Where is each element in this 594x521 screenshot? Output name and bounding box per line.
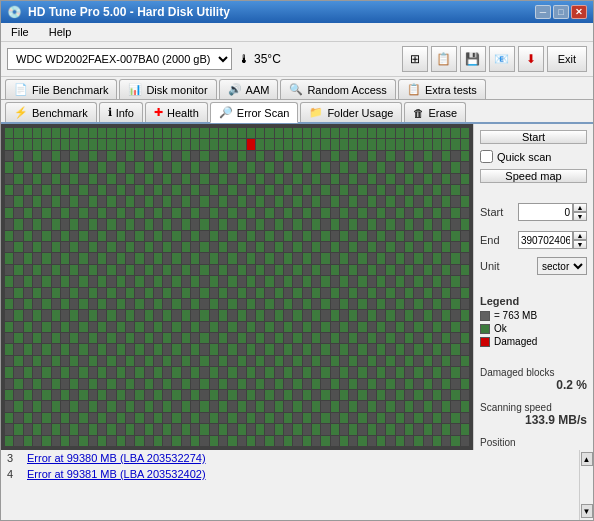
grid-cell [126,424,134,434]
start-spinner: ▲ ▼ [573,203,587,221]
grid-cell [126,219,134,229]
grid-cell [228,322,236,332]
grid-cell [414,310,422,320]
grid-cell [33,162,41,172]
grid-cell [182,424,190,434]
end-spin-up[interactable]: ▲ [573,231,587,240]
log-text-2[interactable]: Error at 99381 MB (LBA 203532402) [27,468,206,480]
grid-cell [79,299,87,309]
grid-cell [210,401,218,411]
grid-cell [275,162,283,172]
toolbar-icon-2[interactable]: 📋 [431,46,457,72]
grid-cell [219,174,227,184]
speed-map-button[interactable]: Speed map [480,169,587,183]
grid-cell [238,139,246,149]
start-input[interactable] [518,203,573,221]
error-scan-icon: 🔎 [219,106,233,119]
quick-scan-checkbox[interactable] [480,150,493,163]
grid-cell [135,151,143,161]
grid-cell [98,276,106,286]
scroll-up-button[interactable]: ▲ [581,452,593,466]
grid-cell [256,151,264,161]
disk-selector[interactable]: WDC WD2002FAEX-007BA0 (2000 gB) [7,48,232,70]
end-spin-down[interactable]: ▼ [573,240,587,249]
grid-cell [79,276,87,286]
grid-cell [340,231,348,241]
grid-cell [163,413,171,423]
tab-aam[interactable]: 🔊 AAM [219,79,279,99]
grid-cell [228,219,236,229]
toolbar-icon-1[interactable]: ⊞ [402,46,428,72]
grid-cell [461,196,469,206]
damaged-blocks-label: Damaged blocks [480,367,587,378]
scroll-down-button[interactable]: ▼ [581,504,593,518]
start-button[interactable]: Start [480,130,587,144]
tab-folder-usage[interactable]: 📁 Folder Usage [300,102,402,122]
grid-cell [182,265,190,275]
grid-cell [433,265,441,275]
tab-health[interactable]: ✚ Health [145,102,208,122]
exit-button[interactable]: Exit [547,46,587,72]
unit-selector[interactable]: sector MB GB [537,257,587,275]
log-text-1[interactable]: Error at 99380 MB (LBA 203532274) [27,452,206,464]
grid-cell [163,128,171,138]
grid-cell [154,276,162,286]
grid-cell [135,196,143,206]
tab-erase[interactable]: 🗑 Erase [404,102,466,122]
grid-cell [433,139,441,149]
grid-cell [200,219,208,229]
tab-disk-monitor[interactable]: 📊 Disk monitor [119,79,216,99]
grid-cell [228,253,236,263]
grid-cell [461,390,469,400]
menu-file[interactable]: File [7,25,33,39]
legend-item-ok: Ok [480,323,587,334]
scanning-speed-label: Scanning speed [480,402,587,413]
toolbar-icon-5[interactable]: ⬇ [518,46,544,72]
grid-cell [414,196,422,206]
grid-cell [451,401,459,411]
grid-cell [191,208,199,218]
toolbar-icon-4[interactable]: 📧 [489,46,515,72]
grid-cell [14,219,22,229]
end-input[interactable] [518,231,573,249]
grid-cell [182,436,190,446]
log-scrollbar[interactable]: ▲ ▼ [579,450,593,520]
toolbar-icon-3[interactable]: 💾 [460,46,486,72]
tab-extra-tests[interactable]: 📋 Extra tests [398,79,486,99]
start-spin-up[interactable]: ▲ [573,203,587,212]
grid-cell [358,390,366,400]
tab-file-benchmark[interactable]: 📄 File Benchmark [5,79,117,99]
grid-cell [89,322,97,332]
grid-cell [228,413,236,423]
maximize-button[interactable]: □ [553,5,569,19]
grid-cell [61,139,69,149]
grid-cell [368,151,376,161]
grid-cell [442,276,450,286]
grid-cell [284,139,292,149]
tab-error-scan[interactable]: 🔎 Error Scan [210,102,299,123]
grid-cell [247,401,255,411]
grid-cell [265,253,273,263]
grid-cell [126,367,134,377]
grid-cell [442,424,450,434]
folder-usage-icon: 📁 [309,106,323,119]
grid-cell [396,356,404,366]
grid-cell [331,151,339,161]
grid-cell [256,379,264,389]
grid-cell [219,424,227,434]
grid-cell [5,413,13,423]
grid-cell [303,322,311,332]
grid-cell [247,390,255,400]
grid-cell [163,139,171,149]
grid-cell [340,436,348,446]
minimize-button[interactable]: ─ [535,5,551,19]
grid-cell [451,162,459,172]
tab-benchmark[interactable]: ⚡ Benchmark [5,102,97,122]
close-button[interactable]: ✕ [571,5,587,19]
start-spin-down[interactable]: ▼ [573,212,587,221]
grid-cell [154,413,162,423]
menu-help[interactable]: Help [45,25,76,39]
tab-info[interactable]: ℹ Info [99,102,143,122]
grid-cell [33,276,41,286]
tab-random-access[interactable]: 🔍 Random Access [280,79,395,99]
